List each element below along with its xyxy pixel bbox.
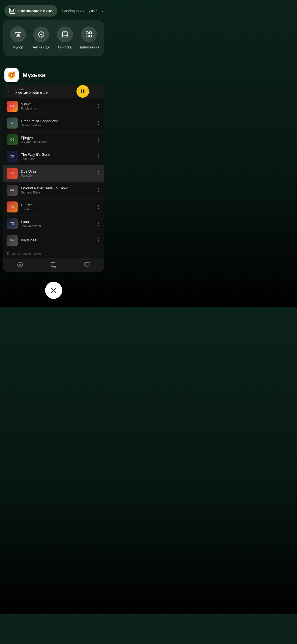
close-button[interactable] — [45, 282, 62, 299]
disc-nav-button[interactable] — [17, 261, 23, 268]
mp-header-titles: Ghosts самые любимые — [15, 88, 48, 95]
track-item[interactable]: TN Luna Tony Anderson — [3, 215, 104, 232]
track-thumbnail: SD — [7, 185, 18, 196]
track-artist: Tony Anderson — [21, 224, 97, 228]
track-more-button[interactable] — [97, 137, 101, 143]
more-options-button[interactable]: ⋮ — [94, 88, 100, 95]
track-thumbnail: ZB — [7, 151, 18, 162]
track-item[interactable]: FU Saturn III Fu Manchu — [3, 98, 104, 115]
svg-point-20 — [19, 264, 21, 266]
track-item[interactable]: BW Big Wheel — [3, 232, 104, 249]
track-item[interactable]: SD I Would Never Have To Know Samurai Dr… — [3, 182, 104, 199]
svg-point-14 — [11, 74, 13, 76]
track-thumbnail: TA — [7, 201, 18, 212]
queue-nav-button[interactable] — [50, 261, 57, 268]
svg-rect-7 — [86, 32, 88, 34]
track-item[interactable]: ZB The Way It's Gone Zola Blood — [3, 148, 104, 165]
trash-label: Мусор — [13, 45, 23, 50]
track-thumbnail: OJ — [7, 134, 18, 145]
track-title: Luna — [21, 220, 97, 224]
track-artist: Samurai Drive — [21, 191, 97, 194]
track-artist: Fu Manchu — [21, 107, 97, 110]
track-thumbnail: S — [7, 118, 18, 129]
track-more-button[interactable] — [97, 237, 101, 244]
music-player-header: ← Ghosts самые любимые — [3, 85, 104, 98]
quick-action-trash[interactable]: Мусор — [8, 26, 28, 50]
music-app-icon — [4, 68, 19, 82]
apps-label: Приложения — [78, 45, 99, 50]
track-title: Big Wheel — [21, 238, 97, 242]
floating-window-icon — [9, 8, 15, 14]
svg-rect-10 — [89, 35, 92, 37]
music-player-window: ← Ghosts самые любимые — [3, 85, 104, 272]
music-app-name: Музыка — [23, 72, 45, 79]
track-title: Cut Me — [21, 203, 97, 207]
track-info: Cut Me The Anix — [21, 203, 97, 211]
storage-text: Свободно 2.2 ГБ из 6 ГБ — [62, 9, 103, 13]
track-title: Fjörgyn — [21, 136, 97, 140]
svg-rect-8 — [89, 32, 92, 34]
pause-button[interactable] — [76, 85, 89, 98]
quick-actions-panel: Мусор Антивирус Очистка Приложен — [3, 20, 104, 56]
track-more-button[interactable] — [97, 170, 101, 176]
track-info: Dos Uvas Pale Jay — [21, 169, 97, 177]
heart-nav-button[interactable] — [84, 261, 90, 268]
track-title: I Would Never Have To Know — [21, 186, 97, 190]
quick-action-apps[interactable]: Приложения — [78, 26, 99, 50]
mp-subtitle: Ghosts — [15, 88, 48, 91]
floating-window-button[interactable]: Плавающее окно — [4, 5, 57, 17]
track-title: Creature of Doggerland — [21, 119, 97, 123]
track-more-button[interactable] — [97, 120, 101, 126]
track-title: The Way It's Gone — [21, 152, 97, 157]
track-artist: Pale Jay — [21, 174, 97, 177]
track-item[interactable]: TA Cut Me The Anix — [3, 199, 104, 215]
player-status: Готовится список треков… — [3, 249, 104, 258]
track-more-button[interactable] — [97, 103, 101, 109]
quick-action-antivirus[interactable]: Антивирус — [31, 26, 51, 50]
svg-line-18 — [89, 92, 90, 94]
clean-label: Очистка — [58, 45, 72, 50]
track-info: Saturn III Fu Manchu — [21, 102, 97, 110]
track-item[interactable]: OJ Fjörgyn Osi And The Jupiter — [3, 132, 104, 148]
svg-rect-22 — [51, 263, 55, 266]
floating-window-label: Плавающее окно — [18, 9, 53, 13]
track-more-button[interactable] — [97, 187, 101, 193]
track-more-button[interactable] — [97, 220, 101, 227]
track-info: Big Wheel — [21, 238, 97, 243]
track-artist: The Anix — [21, 208, 97, 211]
track-title: Saturn III — [21, 102, 97, 106]
trash-icon — [10, 26, 26, 42]
track-thumbnail: FU — [7, 101, 18, 112]
clean-icon — [57, 26, 73, 42]
svg-rect-15 — [81, 89, 82, 93]
mp-header-left: ← Ghosts самые любимые — [7, 88, 48, 95]
antivirus-label: Антивирус — [33, 45, 50, 50]
track-thumbnail: BW — [7, 235, 18, 246]
svg-rect-9 — [86, 35, 88, 37]
music-app-header: Музыка — [3, 68, 104, 82]
track-more-button[interactable] — [97, 153, 101, 160]
music-app-card: Музыка ← Ghosts самые любимые — [3, 68, 104, 272]
track-info: Fjörgyn Osi And The Jupiter — [21, 136, 97, 144]
track-info: Luna Tony Anderson — [21, 220, 97, 228]
antivirus-icon — [33, 26, 49, 42]
track-artist: Osi And The Jupiter — [21, 140, 97, 144]
track-thumbnail: TN — [7, 218, 18, 229]
track-list: FU Saturn III Fu Manchu S Creature of Do… — [3, 98, 104, 249]
track-item[interactable]: S Creature of Doggerland Skraeckoedlan — [3, 115, 104, 132]
track-info: I Would Never Have To Know Samurai Drive — [21, 186, 97, 194]
mp-playlist-title: самые любимые — [15, 91, 48, 95]
track-info: The Way It's Gone Zola Blood — [21, 152, 97, 160]
track-more-button[interactable] — [97, 204, 101, 210]
status-text: Готовится список треков… — [7, 252, 45, 255]
track-title: Dos Uvas — [21, 169, 97, 173]
apps-icon — [81, 26, 97, 42]
top-bar: Плавающее окно Свободно 2.2 ГБ из 6 ГБ — [0, 5, 107, 17]
svg-rect-16 — [83, 89, 84, 93]
track-info: Creature of Doggerland Skraeckoedlan — [21, 119, 97, 127]
track-item-active[interactable]: PJ Dos Uvas Pale Jay — [3, 165, 104, 182]
player-bottom-nav — [3, 258, 104, 272]
quick-action-clean[interactable]: Очистка — [55, 26, 75, 50]
back-button[interactable]: ← — [7, 88, 13, 95]
track-thumbnail: PJ — [7, 168, 18, 179]
